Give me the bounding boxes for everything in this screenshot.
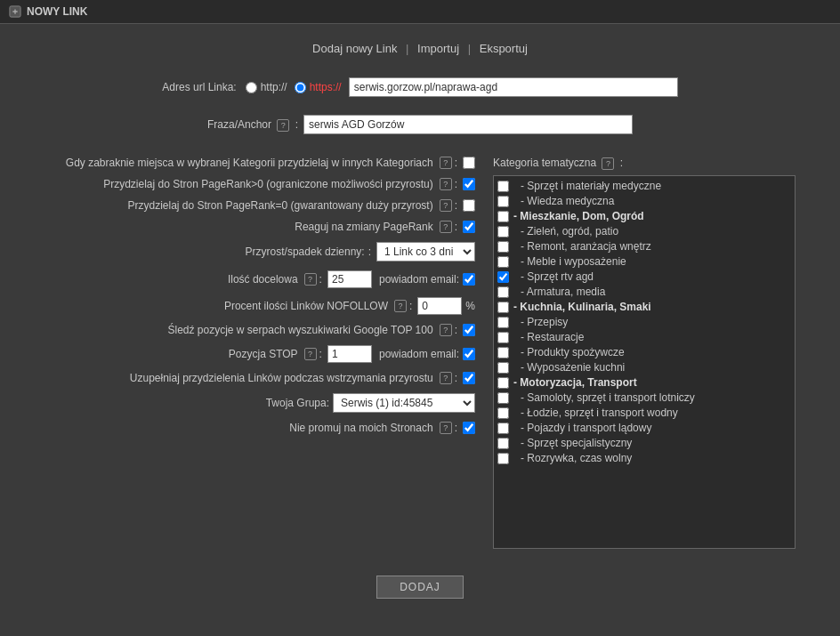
s7-input[interactable] [417,297,462,315]
s9-label: Pozycja STOP [229,348,298,360]
kategoria-list[interactable]: - Sprzęt i materiały medyczne- Wiedza me… [493,175,796,549]
kat-item-k11: - Produkty spożywcze [497,346,791,358]
setting-s8: Śledź pozycje w serpach wyszukiwarki Goo… [27,324,475,336]
s4-help[interactable]: ? [440,221,452,233]
anchor-input[interactable] [303,115,633,134]
s9-checkbox[interactable] [463,348,475,360]
kategoria-help[interactable]: ? [602,157,614,170]
s7-label: Procent ilości Linków NOFOLLOW [224,300,388,312]
s1-help[interactable]: ? [440,157,452,169]
s10-help[interactable]: ? [440,372,452,384]
kat-checkbox-k12[interactable] [497,362,509,374]
s11-label: Twoja Grupa: [266,397,329,409]
kat-checkbox-k15[interactable] [497,407,509,419]
https-radio[interactable] [295,82,306,93]
kat-item-k3: - Zieleń, ogród, patio [497,225,791,237]
s6-checkbox[interactable] [463,273,475,286]
kat-checkbox-k6[interactable] [497,271,509,283]
kat-item-k5: - Meble i wyposażenie [497,255,791,268]
kat-checkbox-k0[interactable] [497,181,509,192]
s1-checkbox[interactable] [463,157,475,169]
kat-item-k4: - Remont, aranżacja wnętrz [497,240,791,253]
s4-checkbox[interactable] [463,221,475,233]
anchor-help-icon[interactable]: ? [277,119,289,132]
kat-item-k2: - Mieszkanie, Dom, Ogród [497,210,791,222]
kat-checkbox-k2[interactable] [497,211,509,222]
kat-checkbox-k9[interactable] [497,317,509,328]
kat-checkbox-k13[interactable] [497,377,509,389]
s11-select[interactable]: Serwis (1) id:45845 [333,393,475,413]
kat-checkbox-k3[interactable] [497,226,509,237]
setting-s2: Przydzielaj do Stron PageRank>0 (ogranic… [27,178,475,190]
dodaj-button[interactable]: DODAJ [376,576,464,599]
kat-item-k13: - Motoryzacja, Transport [497,376,791,389]
s9-notify-label: powiadom email: [379,348,459,360]
s10-checkbox[interactable] [463,372,475,384]
s8-label: Śledź pozycje w serpach wyszukiwarki Goo… [168,324,433,336]
s12-label: Nie promuj na moich Stronach [289,422,432,434]
s12-checkbox[interactable] [463,422,475,434]
kat-checkbox-k11[interactable] [497,347,509,358]
kat-checkbox-k1[interactable] [497,196,509,207]
s2-checkbox[interactable] [463,178,475,190]
add-link[interactable]: Dodaj nowy Link [312,42,397,55]
s5-label: Przyrost/spadek dzienny: [246,246,365,258]
s6-input[interactable] [327,270,372,288]
s6-notify-label: powiadom email: [379,273,459,286]
s2-help[interactable]: ? [440,178,452,190]
setting-s3: Przydzielaj do Stron PageRank=0 (gwarant… [27,199,475,212]
kat-checkbox-k8[interactable] [497,302,509,313]
http-radio[interactable] [246,82,257,93]
s12-help[interactable]: ? [440,422,452,434]
s3-help[interactable]: ? [440,199,452,212]
s9-help[interactable]: ? [304,348,317,360]
s6-help[interactable]: ? [304,273,317,286]
kat-checkbox-k14[interactable] [497,392,509,404]
setting-s10: Uzupełniaj przydzielenia Linków podczas … [27,372,475,384]
url-row: Adres url Linka: http:// https:// [27,77,813,97]
kat-item-k17: - Sprzęt specjalistyczny [497,437,791,449]
anchor-label: Fraza/Anchor ? : [207,118,298,132]
kat-item-k8: - Kuchnia, Kulinaria, Smaki [497,301,791,313]
kat-item-k10: - Restauracje [497,331,791,343]
setting-s5: Przyrost/spadek dzienny: : 1 Link co 3 d… [27,242,475,262]
kat-item-k15: - Łodzie, sprzęt i transport wodny [497,407,791,419]
s7-help[interactable]: ? [394,300,407,312]
kat-checkbox-k17[interactable] [497,438,509,449]
import-link[interactable]: Importuj [417,42,459,55]
kategoria-section: Kategoria tematyczna ? : - Sprzęt i mate… [493,157,813,549]
http-label[interactable]: http:// [261,81,287,93]
s9-input[interactable] [327,345,372,363]
kategoria-title: Kategoria tematyczna ? : [493,157,813,170]
s6-label: Ilość docelowa [228,273,298,286]
setting-s7: Procent ilości Linków NOFOLLOW ? : % [27,297,475,315]
setting-s4: Reaguj na zmiany PageRank ? : [27,221,475,233]
title-bar: NOWY LINK [0,0,840,24]
kat-item-k18: - Rozrywka, czas wolny [497,452,791,464]
s3-checkbox[interactable] [463,199,475,212]
setting-s12: Nie promuj na moich Stronach ? : [27,422,475,434]
kat-item-k1: - Wiedza medyczna [497,195,791,207]
https-label: https:// [310,81,342,93]
url-label: Adres url Linka: [162,81,236,93]
s8-checkbox[interactable] [463,324,475,336]
kat-item-k0: - Sprzęt i materiały medyczne [497,180,791,192]
s1-label: Gdy zabraknie miejsca w wybranej Kategor… [66,157,433,169]
s8-help[interactable]: ? [440,324,452,336]
setting-s11: Twoja Grupa: Serwis (1) id:45845 [27,393,475,413]
s7-percent: % [465,300,475,312]
s10-label: Uzupełniaj przydzielenia Linków podczas … [130,372,433,384]
kat-checkbox-k16[interactable] [497,423,509,434]
s5-select[interactable]: 1 Link co 3 dni 2 Linki co 3 dni 1 Link … [376,242,475,262]
export-link[interactable]: Eksportuj [480,42,528,55]
separator-2: | [468,42,471,55]
kat-checkbox-k10[interactable] [497,332,509,343]
s4-label: Reaguj na zmiany PageRank [295,221,432,233]
url-input[interactable] [349,77,678,97]
kat-checkbox-k18[interactable] [497,453,509,464]
kat-checkbox-k4[interactable] [497,241,509,253]
kat-checkbox-k7[interactable] [497,286,509,298]
separator-1: | [406,42,408,55]
kat-item-k12: - Wyposażenie kuchni [497,361,791,374]
kat-checkbox-k5[interactable] [497,256,509,268]
